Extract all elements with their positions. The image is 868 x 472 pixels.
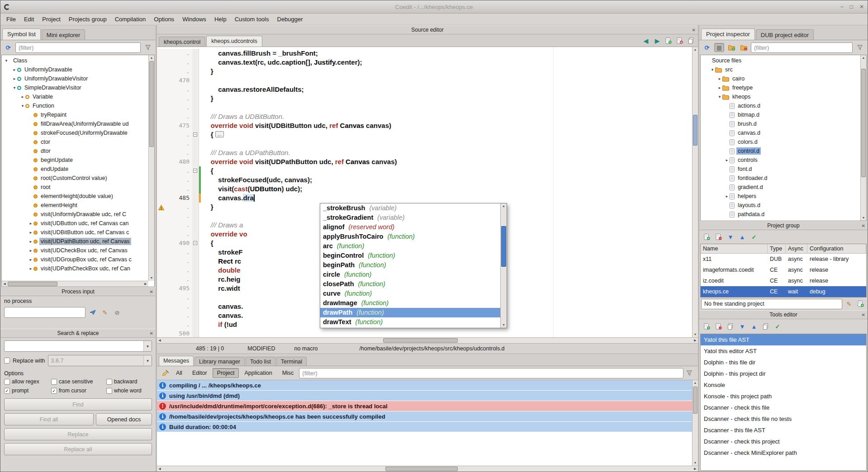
menu-item-edit[interactable]: Edit — [20, 14, 38, 24]
close-panel-icon[interactable]: ✕ — [150, 331, 153, 336]
add-tool-button[interactable]: + — [702, 322, 712, 331]
scroll-up-icon[interactable]: ▲ — [693, 47, 698, 52]
filter-editor-button[interactable]: Editor — [188, 368, 212, 378]
remove-project-button[interactable]: − — [714, 232, 724, 241]
completion-item[interactable]: drawImage(function) — [320, 298, 500, 308]
menu-item-debugger[interactable]: Debugger — [273, 14, 307, 24]
code-line[interactable]: . strokeFocused(udc, canvas); — [157, 175, 692, 184]
code-line[interactable]: .− { ... — [157, 130, 692, 139]
detach-document-button[interactable] — [686, 36, 696, 45]
completion-item[interactable]: _strokeBrush(variable) — [320, 203, 500, 213]
message-row[interactable]: i/home/basile/dev/projects/kheops/kheops… — [157, 411, 698, 422]
completion-item[interactable]: circle(function) — [320, 270, 500, 279]
tab-messages[interactable]: Messages — [159, 356, 194, 366]
code-editor[interactable]: . canvas.fillBrush = _brushFont;. canvas… — [157, 47, 698, 337]
code-line[interactable]: . } — [157, 67, 692, 76]
expanded-arrow-icon[interactable]: ▾ — [12, 85, 17, 90]
tree-item[interactable]: beginUpdate — [2, 156, 148, 165]
scrollbar-thumb[interactable] — [501, 226, 506, 267]
tree-item[interactable]: ▾SimpleDrawableVisitor — [2, 83, 148, 92]
completion-item[interactable]: _strokeGradient(variable) — [320, 213, 500, 222]
tree-item[interactable]: ctor — [2, 137, 148, 146]
column-header-async[interactable]: Async — [786, 244, 807, 253]
scroll-right-icon[interactable]: ▶ — [693, 466, 698, 472]
filter-misc-button[interactable]: Misc — [278, 368, 299, 378]
scroll-right-icon[interactable]: ▶ — [693, 338, 698, 343]
edit-free-standing-button[interactable]: ✎ — [844, 299, 854, 308]
scroll-up-icon[interactable]: ▲ — [501, 203, 507, 209]
send-input-icon[interactable] — [88, 308, 98, 317]
previous-document-button[interactable]: ◀ — [641, 36, 651, 45]
scrollbar-thumb[interactable] — [693, 115, 697, 146]
code-line[interactable]: 485 canvas.dra — [157, 194, 692, 203]
checkbox-allow-regex[interactable]: allow regex — [4, 378, 51, 385]
checkbox-box[interactable] — [4, 379, 10, 385]
move-tool-down-button[interactable]: ▼ — [737, 322, 747, 331]
column-header-name[interactable]: Name — [701, 244, 768, 253]
tree-item[interactable]: elementHeight(double value) — [2, 192, 148, 201]
tool-item[interactable]: Dscanner - check this project — [701, 436, 866, 447]
checkbox-from-cursor[interactable]: ✓from cursor — [51, 387, 106, 394]
tree-item[interactable]: ▸UniformlyDrawable — [2, 65, 148, 74]
cancel-process-icon[interactable]: ⊘ — [112, 308, 122, 317]
tree-item[interactable]: ▸controls — [701, 156, 866, 165]
completion-scrollbar[interactable]: ▲ ▼ — [500, 203, 507, 328]
clone-tool-button[interactable] — [726, 322, 735, 331]
remove-source-folder-button[interactable]: − — [739, 43, 749, 52]
code-line[interactable]: . canvas.text(rc, udc.caption[], Justify… — [157, 58, 692, 67]
completion-item[interactable]: curve(function) — [320, 289, 500, 298]
checkbox-case-sensitive[interactable]: case sensitive — [51, 378, 106, 385]
scroll-up-icon[interactable]: ▲ — [149, 55, 154, 61]
checkbox-box[interactable] — [106, 379, 112, 385]
code-line[interactable]: 500 — [157, 329, 692, 337]
process-input-field[interactable] — [4, 307, 85, 318]
expanded-arrow-icon[interactable]: ▾ — [20, 104, 25, 108]
checkbox-box[interactable] — [51, 379, 57, 385]
tree-item[interactable]: endUpdate — [2, 165, 148, 174]
editor-horizontal-scrollbar[interactable]: ◀ ▶ — [157, 337, 698, 343]
menu-item-project[interactable]: Project — [38, 14, 64, 24]
scroll-up-icon[interactable]: ▲ — [861, 55, 866, 61]
minimize-button[interactable]: − — [840, 4, 844, 10]
refresh-symbols-button[interactable]: ⟳ — [3, 43, 13, 52]
tool-item[interactable]: Dolphin - this file dir — [701, 357, 866, 368]
pen-icon[interactable]: ✎ — [100, 308, 110, 317]
close-panel-icon[interactable]: ✕ — [862, 223, 865, 228]
tree-item[interactable]: fontloader.d — [701, 174, 866, 183]
replace-button[interactable]: Replace — [4, 428, 152, 440]
tree-item[interactable]: ▸helpers — [701, 192, 866, 201]
scroll-right-icon[interactable]: ▶ — [143, 281, 148, 287]
completion-item[interactable]: arc(function) — [320, 241, 500, 251]
close-document-button[interactable]: × — [675, 36, 685, 45]
code-line[interactable]: . /// Draws a UDBitButton. — [157, 112, 692, 121]
code-line[interactable]: . } — [157, 94, 692, 103]
new-document-button[interactable]: + — [664, 36, 674, 45]
scrollbar-thumb[interactable] — [8, 282, 57, 286]
files-vertical-scrollbar[interactable]: ▲ ▼ — [860, 55, 866, 221]
collapsed-arrow-icon[interactable]: ▸ — [717, 85, 722, 90]
tree-item[interactable]: layouts.d — [701, 201, 866, 210]
tree-item[interactable]: dtor — [2, 146, 148, 156]
messages-horizontal-scrollbar[interactable]: ◀ ▶ — [157, 466, 698, 472]
completion-item[interactable]: beginPath(function) — [320, 260, 500, 270]
tree-item[interactable]: root(CustomControl value) — [2, 174, 148, 183]
tree-item[interactable]: visit(UniformlyDrawable udc, ref C — [2, 210, 148, 219]
scrollbar-thumb[interactable] — [383, 338, 458, 343]
filter-project-button[interactable]: Project — [213, 368, 239, 378]
collapsed-arrow-icon[interactable]: ▸ — [724, 194, 730, 198]
checkbox-whole-word[interactable]: whole word — [106, 387, 150, 394]
scrollbar-thumb[interactable] — [693, 387, 697, 414]
tool-item[interactable]: Dscanner - check this file — [701, 402, 866, 413]
collapsed-arrow-icon[interactable]: ▸ — [717, 76, 722, 81]
menu-item-windows[interactable]: Windows — [178, 14, 210, 24]
find-button[interactable]: Find — [4, 398, 152, 411]
tool-item[interactable]: Yatol this editor AST — [701, 345, 866, 357]
next-document-button[interactable]: ▶ — [652, 36, 662, 45]
maximize-button[interactable]: □ — [850, 4, 853, 10]
scroll-left-icon[interactable]: ◀ — [157, 466, 162, 472]
message-row[interactable]: !/usr/include/dmd/druntime/import/core/e… — [157, 401, 698, 411]
filter-funnel-icon[interactable] — [684, 368, 694, 378]
code-line[interactable]: 470 — [157, 76, 692, 85]
checkbox-box[interactable] — [106, 388, 112, 394]
fold-marker-icon[interactable]: − — [193, 169, 197, 173]
